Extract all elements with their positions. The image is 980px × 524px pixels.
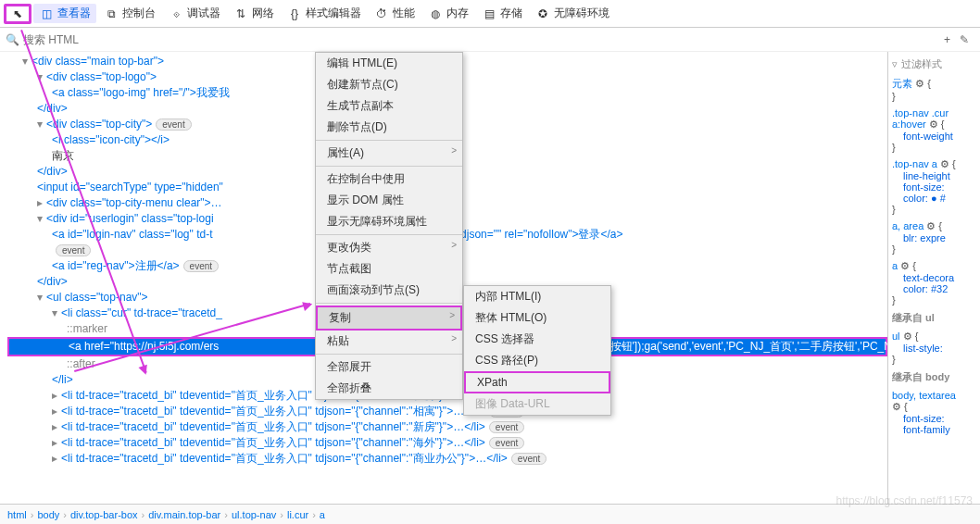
twisty-icon[interactable]: ▾ xyxy=(37,69,46,85)
crumb[interactable]: div.main.top-bar xyxy=(148,509,220,520)
sub-xpath[interactable]: XPath xyxy=(464,371,610,393)
tab-inspector[interactable]: ◫查看器 xyxy=(33,4,96,23)
dom-node[interactable]: <li td-trace="tracetd_bi" tdeventid="首页_… xyxy=(61,405,485,418)
twisty-icon[interactable]: ▾ xyxy=(37,211,46,227)
dom-node[interactable]: <input id="searchType" type="hidden" xyxy=(37,181,223,193)
ctx-delete[interactable]: 删除节点(D) xyxy=(316,117,462,138)
tab-accessibility[interactable]: ✪无障碍环境 xyxy=(530,4,615,23)
dom-node[interactable]: </div> xyxy=(37,102,68,115)
crumb[interactable]: div.top-bar-box xyxy=(70,509,138,520)
css-prop[interactable]: text-decora xyxy=(892,272,954,283)
tab-console[interactable]: ⧉控制台 xyxy=(98,4,161,23)
twisty-icon[interactable]: ▾ xyxy=(22,54,31,69)
css-selector[interactable]: a, area xyxy=(892,220,923,231)
sub-css-path[interactable]: CSS 路径(P) xyxy=(464,350,610,371)
dom-node[interactable]: <i class="icon-city"></i> xyxy=(52,133,170,146)
event-badge[interactable]: event xyxy=(56,244,91,256)
eyedropper-icon[interactable]: ✎ xyxy=(960,33,969,46)
twisty-icon[interactable]: ▸ xyxy=(52,451,61,467)
css-prop[interactable]: font-size: xyxy=(892,413,945,424)
ctx-edit-html[interactable]: 编辑 HTML(E) xyxy=(316,53,462,74)
crumb[interactable]: a xyxy=(320,509,325,520)
css-prop[interactable]: font-family xyxy=(892,424,950,435)
dom-node[interactable]: <div class="top-city"> xyxy=(46,118,152,131)
dom-node[interactable]: <div class="top-logo"> xyxy=(46,70,157,83)
crumb[interactable]: ul.top-nav xyxy=(232,509,276,520)
ctx-show-a11y[interactable]: 显示无障碍环境属性 xyxy=(316,211,462,232)
dom-node[interactable]: <a class="logo-img" href="/">我爱我 xyxy=(52,86,230,99)
dom-node[interactable]: <div id="userlogin" class="top-logi xyxy=(46,212,214,225)
event-badge[interactable]: event xyxy=(511,453,547,465)
ctx-paste[interactable]: 粘贴 xyxy=(316,331,462,352)
inherit-header: 继承自 ul xyxy=(892,311,976,325)
dom-node[interactable]: </div> xyxy=(37,275,68,288)
ctx-show-dom[interactable]: 显示 DOM 属性 xyxy=(316,190,462,211)
pick-element-button[interactable]: ⬉ xyxy=(4,4,31,24)
css-prop[interactable]: font-weight xyxy=(892,131,953,142)
twisty-icon[interactable]: ▾ xyxy=(37,290,46,306)
tab-performance[interactable]: ⏱性能 xyxy=(369,4,421,23)
crumb[interactable]: body xyxy=(37,509,59,520)
tab-debugger[interactable]: ⟐调试器 xyxy=(163,4,226,23)
css-prop[interactable]: font-size: xyxy=(892,181,945,193)
dom-node[interactable]: <div class="main top-bar"> xyxy=(31,55,164,68)
add-icon[interactable]: + xyxy=(944,33,950,46)
crumb[interactable]: li.cur xyxy=(287,509,308,520)
dom-node[interactable]: </li> xyxy=(52,373,73,386)
sub-css-selector[interactable]: CSS 选择器 xyxy=(464,329,610,350)
ctx-scroll-into[interactable]: 画面滚动到节点(S) xyxy=(316,280,462,301)
filter-label[interactable]: 过滤样式 xyxy=(901,57,942,71)
sub-outer-html[interactable]: 整体 HTML(O) xyxy=(464,307,610,329)
twisty-icon[interactable]: ▾ xyxy=(52,306,61,321)
css-selector[interactable]: a xyxy=(892,260,898,271)
dom-node[interactable]: <a id="login-nav" class="log" td-t xyxy=(52,228,212,241)
ctx-use-in-console[interactable]: 在控制台中使用 xyxy=(316,168,462,190)
tab-network[interactable]: ⇅网络 xyxy=(228,4,280,23)
twisty-icon[interactable]: ▸ xyxy=(37,195,46,211)
ctx-duplicate[interactable]: 生成节点副本 xyxy=(316,95,462,117)
css-selector[interactable]: a:hover xyxy=(892,119,926,130)
ctx-collapse-all[interactable]: 全部折叠 xyxy=(316,378,462,399)
css-prop[interactable]: blr: expre xyxy=(892,232,946,243)
css-selector[interactable]: .top-nav .cur xyxy=(892,107,949,119)
tab-style-editor[interactable]: {}样式编辑器 xyxy=(282,4,367,23)
twisty-icon[interactable]: ▸ xyxy=(52,419,61,435)
css-prop[interactable]: line-height xyxy=(892,170,950,181)
dom-node[interactable]: <a id="reg-nav">注册</a> xyxy=(52,259,180,272)
dom-node[interactable]: <li td-trace="tracetd_bi" tdeventid="首页_… xyxy=(61,420,485,433)
search-html-input[interactable] xyxy=(23,33,940,46)
css-prop[interactable]: list-style: xyxy=(892,343,943,354)
css-selector[interactable]: .top-nav a xyxy=(892,158,937,169)
ctx-screenshot[interactable]: 节点截图 xyxy=(316,258,462,280)
css-prop[interactable]: color: #32 xyxy=(892,283,948,294)
css-prop[interactable]: color: ● # xyxy=(892,193,946,204)
dom-node[interactable]: <li class="cur" td-trace="tracetd_ xyxy=(61,306,222,319)
tab-storage[interactable]: ▤存储 xyxy=(476,4,528,23)
css-selector[interactable]: 元素 xyxy=(892,78,912,89)
twisty-icon[interactable]: ▸ xyxy=(52,435,61,451)
twisty-icon[interactable]: ▸ xyxy=(52,388,61,404)
ctx-change-pseudo[interactable]: 更改伪类 xyxy=(316,237,462,258)
event-badge[interactable]: event xyxy=(489,437,524,449)
event-badge[interactable]: event xyxy=(489,421,524,433)
event-badge[interactable]: event xyxy=(183,260,219,272)
crumb[interactable]: html xyxy=(7,509,27,520)
ctx-expand-all[interactable]: 全部展开 xyxy=(316,356,462,378)
dom-node[interactable]: <li td-trace="tracetd_bi" tdeventid="首页_… xyxy=(61,436,485,449)
ctx-attributes[interactable]: 属性(A) xyxy=(316,143,462,164)
twisty-icon[interactable]: ▾ xyxy=(37,117,46,132)
ctx-copy[interactable]: 复制 xyxy=(316,306,462,331)
tab-memory[interactable]: ◍内存 xyxy=(422,4,474,23)
ctx-create-node[interactable]: 创建新节点(C) xyxy=(316,74,462,95)
twisty-icon[interactable]: ▸ xyxy=(52,404,61,419)
dom-node[interactable]: <li td-trace="tracetd_bi" tdeventid="首页_… xyxy=(61,452,508,465)
text-node[interactable]: 南京 xyxy=(52,149,74,162)
event-badge[interactable]: event xyxy=(156,119,191,131)
dom-node[interactable]: <ul class="top-nav"> xyxy=(46,291,148,304)
sub-inner-html[interactable]: 内部 HTML(I) xyxy=(464,286,610,307)
ctx-separator xyxy=(316,354,462,355)
css-selector[interactable]: ul xyxy=(892,331,900,342)
dom-node[interactable]: <div class="top-city-menu clear">… xyxy=(46,196,222,209)
dom-node[interactable]: </div> xyxy=(37,165,68,178)
css-selector[interactable]: body, textarea xyxy=(892,390,956,401)
